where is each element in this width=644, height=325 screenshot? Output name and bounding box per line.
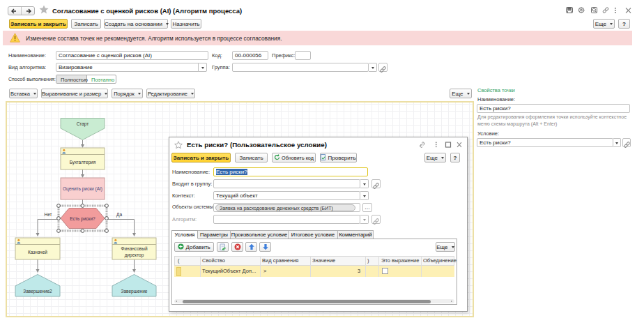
- svg-text:Старт: Старт: [77, 121, 89, 127]
- svg-text:Нет: Нет: [44, 212, 52, 217]
- svg-text:Казначей: Казначей: [28, 250, 47, 255]
- svg-text:Завершение: Завершение: [121, 289, 148, 294]
- svg-text:Да: Да: [116, 212, 122, 218]
- svg-text:Финансовый: Финансовый: [121, 246, 147, 251]
- svg-text:Бухгалтерия: Бухгалтерия: [70, 160, 96, 165]
- svg-text:Есть риски?: Есть риски?: [70, 216, 95, 222]
- svg-text:директор: директор: [125, 252, 144, 258]
- svg-text:Завершение2: Завершение2: [23, 289, 52, 294]
- svg-text:Оценить риски (AI): Оценить риски (AI): [63, 186, 102, 192]
